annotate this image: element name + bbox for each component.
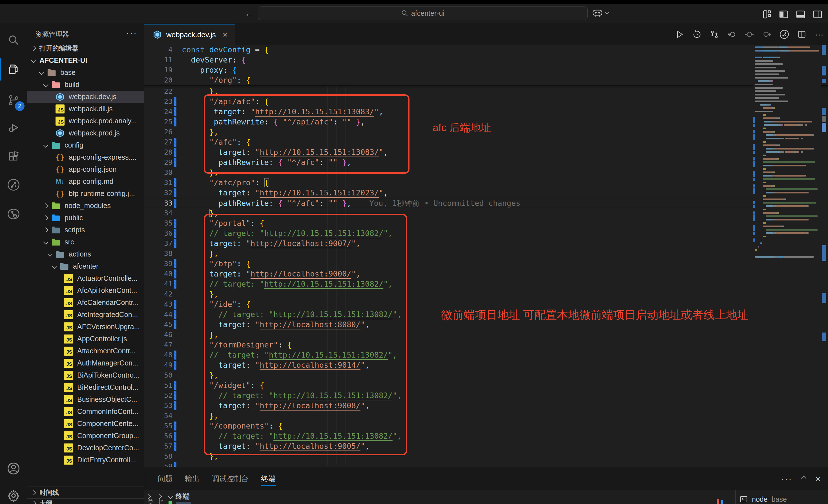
tree-item-node_modules[interactable]: node_modules	[27, 200, 144, 212]
code-line-41[interactable]: 41 // target: "http://10.15.15.151:13082…	[144, 279, 753, 289]
code-review-view-icon[interactable]	[0, 203, 27, 225]
code-line-43[interactable]: 43 "/ide": {	[144, 299, 753, 310]
panel-tab-问题[interactable]: 问题	[158, 467, 172, 490]
code-line-44[interactable]: 44 // target: "http://10.15.15.151:13082…	[144, 310, 753, 320]
toggle-secondary-sidebar-icon[interactable]	[812, 9, 823, 20]
tree-item-app-config.md[interactable]: M↓app-config.md	[27, 175, 144, 187]
command-center-search[interactable]: afcenter-ui	[258, 6, 588, 20]
panel-tab-终端[interactable]: 终端	[261, 467, 276, 490]
tree-item-BusinessObjectC...[interactable]: JSBusinessObjectC...	[27, 393, 144, 406]
code-line-11[interactable]: 11 devServer: {	[144, 55, 753, 65]
tree-item-afcenter[interactable]: afcenter	[27, 260, 144, 272]
tree-item-ComponentGroup...[interactable]: JSComponentGroup...	[27, 430, 144, 442]
search-view-icon[interactable]	[0, 29, 27, 51]
tree-item-AppController.js[interactable]: JSAppController.js	[27, 333, 144, 345]
code-line-24[interactable]: 24 target: "http://10.15.15.151:13083/",	[144, 107, 753, 117]
split-editor-icon[interactable]	[796, 29, 808, 40]
code-line-55[interactable]: 55 "/components": {	[144, 421, 753, 431]
extensions-view-icon[interactable]	[0, 146, 27, 168]
code-line-29[interactable]: 29 pathRewrite: { "^/afc": "" },	[144, 157, 753, 168]
open-editors-section[interactable]: 打开的编辑器	[27, 42, 144, 54]
tree-item-public[interactable]: public	[27, 212, 144, 224]
code-line-54[interactable]: 54 },	[144, 411, 753, 421]
tree-item-scripts[interactable]: scripts	[27, 224, 144, 236]
tree-item-actions[interactable]: actions	[27, 248, 144, 260]
code-line-25[interactable]: 25 pathRewrite: { "^/api/afc": "" },	[144, 117, 753, 127]
code-line-31[interactable]: 31 "/afc/pro": {	[144, 178, 753, 188]
code-line-40[interactable]: 40 target: "http://localhost:9000/",	[144, 269, 753, 279]
tree-item-ComponentCente...[interactable]: JSComponentCente...	[27, 418, 144, 430]
code-line-38[interactable]: 38 },	[144, 248, 753, 259]
tree-item-AfcApiTokenCont...[interactable]: JSAfcApiTokenCont...	[27, 284, 144, 296]
editor-more-actions-icon[interactable]: ···	[813, 29, 825, 40]
minimap[interactable]	[753, 45, 821, 467]
code-line-35[interactable]: 35 "/portal": {	[144, 218, 753, 228]
copilot-menu[interactable]	[592, 8, 609, 18]
tree-item-webpack.prod.analy...[interactable]: JSwebpack.prod.analy...	[27, 115, 144, 127]
code-line-47[interactable]: 47 "/formDesigner": {	[144, 340, 753, 350]
panel-tab-输出[interactable]: 输出	[185, 467, 200, 490]
tree-item-BiRedirectControl...[interactable]: JSBiRedirectControl...	[27, 381, 144, 393]
code-line-53[interactable]: 53 target: "http://localhost:9008/",	[144, 401, 753, 411]
panel-layout-mini-icon[interactable]	[157, 498, 165, 504]
code-line-50[interactable]: 50 },	[144, 370, 753, 380]
code-line-26[interactable]: 26 },	[144, 127, 753, 137]
tree-item-AfcIntegratedCon...[interactable]: JSAfcIntegratedCon...	[27, 309, 144, 321]
tree-item-DictTypeControll...[interactable]: JSDictTypeControll...	[27, 466, 144, 467]
code-line-30[interactable]: 30 },	[144, 168, 753, 178]
run-file-icon[interactable]	[673, 29, 686, 40]
tree-item-app-config.json[interactable]: {}app-config.json	[27, 163, 144, 175]
code-line-42[interactable]: 42 },	[144, 289, 753, 299]
panel-tab-调试控制台[interactable]: 调试控制台	[212, 467, 249, 490]
timeline-section[interactable]: 时间线	[27, 487, 144, 498]
code-line-58[interactable]: 58 },	[144, 451, 753, 461]
tree-item-bfp-runtime-config.j...[interactable]: {}bfp-runtime-config.j...	[27, 187, 144, 200]
code-line-32[interactable]: 32 target: "http://10.15.15.151:12023/",	[144, 188, 753, 198]
tab-webpack-dev-js[interactable]: webpack.dev.js ×	[144, 24, 235, 45]
code-line-45[interactable]: 45 target: "http://localhost:8080/",	[144, 320, 753, 330]
code-line-33[interactable]: 33 pathRewrite: { "^/afc": "" },You, 1秒钟…	[144, 198, 753, 208]
code-line-37[interactable]: 37 target: "http://localhost:9007/",	[144, 238, 753, 248]
panel-maximize-icon[interactable]	[802, 476, 805, 481]
tree-item-ActuatorControlle...[interactable]: JSActuatorControlle...	[27, 272, 144, 284]
terminal-section-header[interactable]: 终端	[169, 492, 190, 501]
tree-item-AFCVersionUpgra...[interactable]: JSAFCVersionUpgra...	[27, 321, 144, 333]
customize-layout-icon[interactable]	[761, 9, 772, 20]
toggle-panel-icon[interactable]	[795, 9, 806, 20]
code-line-34[interactable]: 34 },	[144, 208, 753, 218]
panel-close-icon[interactable]: ×	[815, 473, 821, 484]
tree-item-CommonInfoCont...[interactable]: JSCommonInfoCont...	[27, 406, 144, 418]
timeline-history-icon[interactable]	[691, 29, 703, 40]
settings-gear-icon[interactable]	[0, 484, 27, 504]
code-line-28[interactable]: 28 target: "http://10.15.15.151:13083/",	[144, 147, 753, 157]
code-line-46[interactable]: 46 },	[144, 330, 753, 340]
code-line-51[interactable]: 51 "/widget": {	[144, 380, 753, 391]
terminal-area[interactable]: 终端 node base	[144, 490, 828, 504]
toggle-sidebar-icon[interactable]	[778, 9, 789, 20]
code-line-39[interactable]: 39 "/bfp": {	[144, 259, 753, 269]
tree-item-build[interactable]: build	[27, 79, 144, 91]
code-editor[interactable]: 4const devConfig = {11 devServer: {19 pr…	[144, 45, 828, 467]
code-line-57[interactable]: 57 target: "http://localhost:9005/",	[144, 441, 753, 451]
nav-back-circle-icon[interactable]	[726, 29, 738, 40]
tree-item-BiApiTokenContro...[interactable]: JSBiApiTokenContro...	[27, 369, 144, 381]
code-line-36[interactable]: 36 // target: "http://10.15.15.151:13082…	[144, 228, 753, 238]
compare-changes-icon[interactable]	[708, 29, 720, 40]
terminal-tab-node[interactable]: node base	[740, 495, 787, 503]
workspace-root-item[interactable]: AFCENTER-UI	[27, 54, 144, 66]
pipeline-view-icon[interactable]	[0, 174, 27, 196]
tree-item-webpack.dll.js[interactable]: JSwebpack.dll.js	[27, 103, 144, 115]
account-icon[interactable]	[0, 457, 27, 480]
tree-item-app-config-express....[interactable]: {}app-config-express....	[27, 151, 144, 163]
tree-item-config[interactable]: config	[27, 139, 144, 151]
tree-item-AttachmentContr...[interactable]: JSAttachmentContr...	[27, 345, 144, 357]
tree-item-AuthManagerCon...[interactable]: JSAuthManagerCon...	[27, 357, 144, 369]
tree-item-base[interactable]: base	[27, 66, 144, 79]
code-line-48[interactable]: 48 // target: "http://10.15.15.151:13082…	[144, 350, 753, 360]
tab-close-icon[interactable]: ×	[223, 30, 228, 39]
nav-forward-circle-icon[interactable]	[761, 29, 773, 40]
code-line-4[interactable]: 4const devConfig = {	[144, 45, 753, 55]
code-line-20[interactable]: 20 "/org": {	[144, 75, 753, 85]
explorer-view-icon[interactable]	[0, 58, 27, 81]
tree-item-src[interactable]: src	[27, 236, 144, 248]
